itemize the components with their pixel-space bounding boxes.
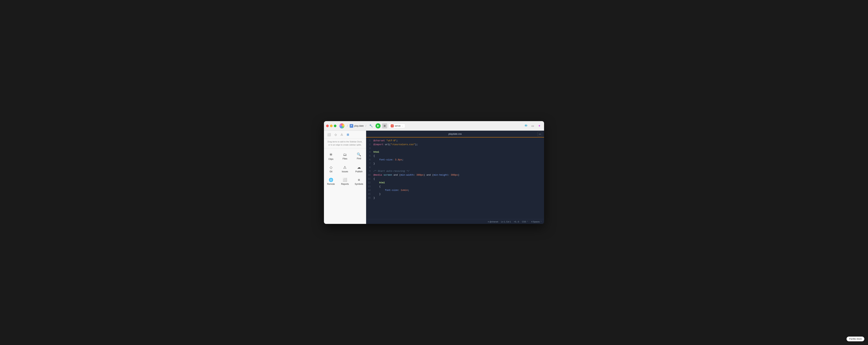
symbols-icon: ≡ xyxy=(358,178,360,182)
panfile-badge[interactable]: Panfile.Store xyxy=(846,337,864,341)
line-content-1: @charset "utf-8"; xyxy=(373,139,541,143)
line-num-4: 4 xyxy=(366,150,373,154)
sidebar-item-find[interactable]: 🔍 Find xyxy=(352,150,366,163)
sidebar-item-git[interactable]: ◇ Git xyxy=(324,163,338,175)
status-bar: ≡ @charset Ln 1, Col 1 +0, -0 CSS ⌃ 4 Sp… xyxy=(366,219,544,224)
clips-label: Clips xyxy=(329,158,334,161)
publish-icon: ☁ xyxy=(357,166,361,169)
dock-extensions-icon[interactable]: ⊞ xyxy=(346,133,349,137)
line-num-11: 11 xyxy=(366,177,373,181)
code-line-3: 3 xyxy=(366,147,544,150)
playdate-icon: P xyxy=(350,124,353,128)
code-line-11: 11 { xyxy=(366,177,544,181)
remote-icon: 🌐 xyxy=(329,178,333,182)
line-content-10: @media screen and (min-width: 380px) and… xyxy=(373,173,541,177)
breadcrumb-playdate[interactable]: P play.date xyxy=(350,124,364,128)
publish-label: Publish xyxy=(355,170,363,173)
code-line-8: 8 xyxy=(366,166,544,170)
line-content-6: font-size: 3.8px; xyxy=(373,158,541,162)
breadcrumb-separator-1: / xyxy=(347,124,348,127)
line-num-5: 5 xyxy=(366,154,373,158)
playdate-label: play.date xyxy=(354,124,364,127)
find-label: Find xyxy=(357,157,361,160)
code-line-10: 10 @media screen and (min-width: 380px) … xyxy=(366,173,544,177)
status-breadcrumb: ≡ @charset xyxy=(488,221,498,223)
symbols-label: Symbols xyxy=(355,183,363,185)
editor-filename: playdate.css xyxy=(448,133,462,135)
code-line-9: 9 /* Start auto-resizing */ xyxy=(366,169,544,173)
line-content-7: } xyxy=(373,162,541,166)
stop-button[interactable] xyxy=(382,123,387,128)
line-num-10: 10 xyxy=(366,173,373,177)
line-content-12: html xyxy=(373,181,541,185)
clips-icon: ✳ xyxy=(329,153,333,157)
sidebar-item-publish[interactable]: ☁ Publish xyxy=(352,163,366,175)
sidebar-toggle-button[interactable]: ▭ xyxy=(530,123,535,128)
sidebar-item-files[interactable]: 🗂 Files xyxy=(338,150,351,163)
code-line-16: 16 } xyxy=(366,196,544,200)
code-line-5: 5 { xyxy=(366,154,544,158)
sidebar-dock: ⬜ ◇ ⚠ ⊞ xyxy=(324,131,366,139)
code-line-14: 14 font-size: 1vmin; xyxy=(366,189,544,192)
line-content-16: } xyxy=(373,196,541,200)
code-line-7: 7 } xyxy=(366,162,544,166)
line-num-7: 7 xyxy=(366,162,373,166)
titlebar: / P play.date / 🔧 ■ serve ⌄ 👁 ▭ ✦ xyxy=(324,121,544,131)
status-language[interactable]: CSS ⌃ xyxy=(522,221,528,223)
sidebar-item-symbols[interactable]: ≡ Symbols xyxy=(352,176,366,188)
sidebar-item-reports[interactable]: ⬜ Reports xyxy=(338,176,351,188)
line-content-8 xyxy=(373,166,541,170)
app-window: / P play.date / 🔧 ■ serve ⌄ 👁 ▭ ✦ xyxy=(324,121,544,224)
code-line-2: 2 @import url("/css/colors.css"); xyxy=(366,143,544,147)
issues-icon: ⚠ xyxy=(343,166,346,169)
line-num-16: 16 xyxy=(366,196,373,200)
run-button[interactable] xyxy=(375,123,381,128)
files-label: Files xyxy=(343,157,347,160)
close-button[interactable] xyxy=(326,124,329,127)
dock-git-icon[interactable]: ◇ xyxy=(334,133,337,137)
sidebar: ⬜ ◇ ⚠ ⊞ Drag items to add to the Sidebar… xyxy=(324,131,366,224)
code-line-4: 4 html xyxy=(366,150,544,154)
dock-issues-icon[interactable]: ⚠ xyxy=(340,133,343,137)
line-content-13: { xyxy=(373,185,541,189)
line-num-3: 3 xyxy=(366,147,373,150)
sidebar-hint-text: Drag items to add to the Sidebar Dock, o… xyxy=(324,139,366,148)
wrench-button[interactable]: 🔧 xyxy=(368,123,374,128)
status-diff: +0, -0 xyxy=(514,221,519,223)
maximize-button[interactable] xyxy=(334,124,336,127)
line-num-9: 9 xyxy=(366,169,373,173)
code-line-13: 13 { xyxy=(366,185,544,189)
sidebar-item-remote[interactable]: 🌐 Remote xyxy=(324,176,338,188)
line-num-6: 6 xyxy=(366,158,373,162)
dock-files-icon[interactable]: ⬜ xyxy=(327,133,331,137)
find-icon: 🔍 xyxy=(357,153,361,156)
status-indent[interactable]: 4 Spaces ⌃ xyxy=(531,221,542,223)
layout-button[interactable]: ▭ xyxy=(537,132,542,136)
main-area: ⬜ ◇ ⚠ ⊞ Drag items to add to the Sidebar… xyxy=(324,131,544,224)
line-content-2: @import url("/css/colors.css"); xyxy=(373,143,541,147)
serve-label: serve xyxy=(395,124,401,127)
code-line-12: 12 html xyxy=(366,181,544,185)
eye-button[interactable]: 👁 xyxy=(524,123,529,128)
code-line-15: 15 } xyxy=(366,192,544,196)
sidebar-grid: ✳ Clips 🗂 Files 🔍 Find ◇ Git ⚠ I xyxy=(324,148,366,190)
extension-button[interactable]: ✦ xyxy=(537,123,542,128)
line-content-15: } xyxy=(373,192,541,196)
serve-tab[interactable]: ■ serve ⌄ xyxy=(389,124,405,128)
line-num-1: 1 xyxy=(366,139,373,143)
editor-header: playdate.css ▭ xyxy=(366,131,544,138)
serve-icon: ■ xyxy=(391,124,394,127)
code-editor[interactable]: 1 @charset "utf-8"; 2 @import url("/css/… xyxy=(366,138,544,219)
traffic-lights xyxy=(326,124,336,127)
sidebar-item-clips[interactable]: ✳ Clips xyxy=(324,150,338,163)
line-num-8: 8 xyxy=(366,166,373,169)
titlebar-right: 👁 ▭ ✦ xyxy=(524,123,542,128)
remote-label: Remote xyxy=(327,183,335,185)
sidebar-item-issues[interactable]: ⚠ Issues xyxy=(338,163,351,175)
reports-label: Reports xyxy=(341,183,349,185)
git-label: Git xyxy=(330,170,332,173)
git-icon: ◇ xyxy=(330,166,332,169)
minimize-button[interactable] xyxy=(330,124,333,127)
breadcrumb-separator-2: / xyxy=(366,124,366,127)
line-content-3 xyxy=(373,147,541,150)
